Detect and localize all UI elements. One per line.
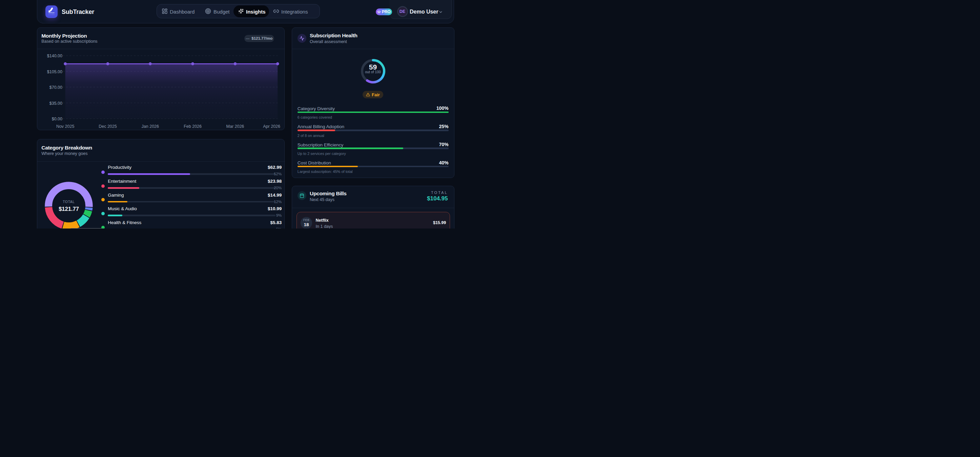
svg-text:Apr 2026: Apr 2026 — [263, 124, 281, 129]
svg-text:$121.77: $121.77 — [59, 206, 79, 212]
svg-text:$105.00: $105.00 — [47, 70, 62, 74]
svg-text:TOTAL: TOTAL — [63, 200, 75, 204]
svg-text:$140.00: $140.00 — [47, 54, 62, 58]
svg-text:see every subscription: see every subscription — [48, 14, 55, 15]
svg-text:SubTracker: SubTracker — [48, 12, 55, 14]
svg-text:Nov 2025: Nov 2025 — [56, 124, 75, 129]
svg-text:$70.00: $70.00 — [49, 85, 62, 90]
svg-text:Dec 2025: Dec 2025 — [99, 124, 117, 129]
svg-text:$35.00: $35.00 — [49, 101, 62, 106]
svg-text:$0.00: $0.00 — [52, 116, 62, 121]
svg-text:Feb 2026: Feb 2026 — [184, 124, 202, 129]
svg-text:Jan 2026: Jan 2026 — [142, 124, 159, 129]
svg-text:Mar 2026: Mar 2026 — [226, 124, 244, 129]
